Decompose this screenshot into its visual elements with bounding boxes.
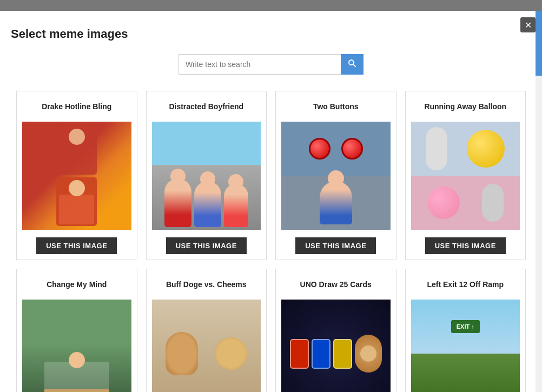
search-icon (347, 58, 357, 68)
meme-image-running-away-balloon (411, 122, 520, 230)
meme-card-buff-doge-vs-cheems: Buff Doge vs. Cheems USE THIS IMAGE (146, 269, 267, 392)
meme-card-title: Drake Hotline Bling (42, 97, 111, 116)
meme-card-title: Running Away Balloon (424, 97, 506, 116)
meme-card-running-away-balloon: Running Away Balloon USE THIS IMAGE (405, 91, 526, 260)
search-bar (11, 54, 531, 75)
search-button[interactable] (341, 54, 363, 75)
meme-grid-row1: Drake Hotline Bling USE THIS IMAGE (11, 91, 531, 260)
meme-card-drake-hotline-bling: Drake Hotline Bling USE THIS IMAGE (16, 91, 137, 260)
meme-card-two-buttons: Two Buttons USE THIS IMAGE (275, 91, 396, 260)
use-this-image-button-distracted[interactable]: USE THIS IMAGE (166, 237, 247, 254)
meme-image-two-buttons (281, 122, 391, 230)
meme-image-left-exit-12-off-ramp: EXIT ↑ (411, 300, 520, 392)
use-this-image-button-drake[interactable]: USE THIS IMAGE (36, 237, 117, 254)
meme-card-title: Buff Doge vs. Cheems (166, 275, 247, 294)
search-input[interactable] (179, 54, 341, 75)
meme-card-title: Distracted Boyfriend (169, 97, 243, 116)
modal: ✕ Select meme images Drake Hotline Bling (0, 11, 542, 392)
meme-grid-row2: Change My Mind USE THIS IMAGE Buff Doge … (11, 269, 531, 392)
svg-line-1 (353, 64, 355, 67)
meme-card-title: Left Exit 12 Off Ramp (427, 275, 504, 294)
meme-card-left-exit-12-off-ramp: Left Exit 12 Off Ramp EXIT ↑ USE THIS IM… (405, 269, 526, 392)
scrollbar-track (536, 11, 542, 392)
meme-card-title: Change My Mind (47, 275, 107, 294)
modal-overlay: ✕ Select meme images Drake Hotline Bling (0, 0, 542, 392)
meme-image-buff-doge-vs-cheems (152, 300, 261, 392)
scrollbar-thumb[interactable] (536, 11, 542, 76)
meme-image-drake-hotline-bling (22, 122, 131, 230)
modal-title: Select meme images (11, 27, 531, 41)
use-this-image-button-balloon[interactable]: USE THIS IMAGE (425, 237, 506, 254)
meme-card-title: UNO Draw 25 Cards (300, 275, 372, 294)
road-sign: EXIT ↑ (451, 320, 480, 333)
meme-card-change-my-mind: Change My Mind USE THIS IMAGE (16, 269, 137, 392)
meme-image-uno-draw-25-cards (281, 300, 391, 392)
meme-card-distracted-boyfriend: Distracted Boyfriend USE THIS IMAGE (146, 91, 267, 260)
use-this-image-button-two-buttons[interactable]: USE THIS IMAGE (295, 237, 376, 254)
meme-card-uno-draw-25-cards: UNO Draw 25 Cards USE THIS IMAGE (275, 269, 396, 392)
meme-card-title: Two Buttons (313, 97, 359, 116)
close-button[interactable]: ✕ (520, 17, 536, 32)
meme-image-change-my-mind (22, 300, 131, 392)
meme-image-distracted-boyfriend (152, 122, 261, 230)
